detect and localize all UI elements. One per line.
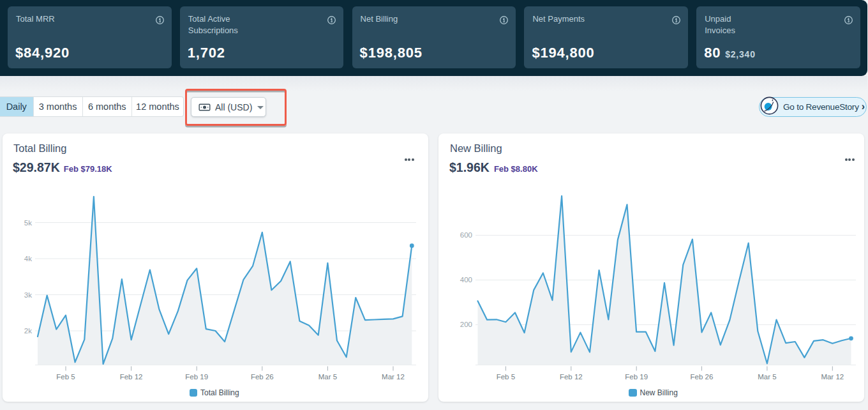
svg-text:Feb 5: Feb 5 (56, 373, 75, 381)
svg-text:400: 400 (460, 276, 472, 284)
svg-text:Mar 5: Mar 5 (318, 373, 337, 381)
svg-text:4k: 4k (24, 255, 32, 262)
svg-text:Mar 12: Mar 12 (821, 373, 844, 381)
svg-text:Feb 5: Feb 5 (497, 373, 515, 381)
svg-text:3k: 3k (24, 291, 32, 299)
svg-text:Mar 12: Mar 12 (382, 373, 405, 381)
svg-text:2k: 2k (24, 327, 32, 335)
svg-text:Feb 12: Feb 12 (560, 373, 583, 381)
svg-text:Mar 5: Mar 5 (758, 373, 776, 381)
svg-text:5k: 5k (24, 219, 32, 227)
svg-text:Feb 19: Feb 19 (185, 373, 208, 381)
svg-text:200: 200 (460, 321, 472, 328)
svg-text:600: 600 (460, 231, 472, 239)
svg-text:Feb 26: Feb 26 (251, 373, 274, 381)
svg-text:Feb 12: Feb 12 (120, 373, 143, 381)
svg-text:Feb 26: Feb 26 (691, 373, 714, 381)
svg-text:Feb 19: Feb 19 (625, 373, 648, 381)
